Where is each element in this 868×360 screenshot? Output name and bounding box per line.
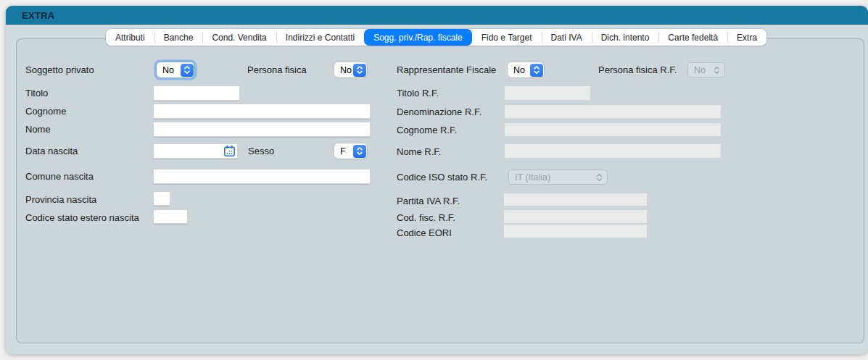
partita-iva-rf-label: Partita IVA R.F. [397, 196, 460, 207]
up-down-chevron-icon [353, 145, 366, 158]
cognome-label: Cognome [25, 106, 66, 117]
comune-nascita-label: Comune nascita [25, 171, 94, 183]
codice-stato-estero-nascita-label: Codice stato estero nascita [25, 212, 139, 224]
titolo-rf-label: Titolo R.F. [397, 88, 439, 99]
provincia-nascita-label: Provincia nascita [25, 194, 96, 206]
persona-fisica-rf-label: Persona fisica R.F. [598, 64, 677, 76]
persona-fisica-rf-value: No [694, 65, 706, 75]
codice-iso-stato-rf-value: IT (Italia) [515, 172, 550, 183]
tab-cond-vendita[interactable]: Cond. Vendita [202, 29, 276, 46]
titolo-input[interactable] [153, 85, 240, 101]
codice-iso-stato-rf-select: IT (Italia) [508, 169, 608, 185]
soggetto-privato-value: No [162, 65, 174, 75]
soggetto-privato-select[interactable]: No [157, 62, 194, 78]
codice-stato-estero-nascita-input[interactable] [153, 209, 188, 224]
cod-fisc-rf-label: Cod. fisc. R.F. [397, 212, 455, 224]
nome-rf-input [505, 144, 721, 158]
nome-input[interactable] [153, 122, 371, 137]
persona-fisica-select[interactable]: No [334, 62, 367, 78]
up-down-chevron-icon [353, 64, 366, 77]
cognome-rf-label: Cognome R.F. [397, 125, 457, 136]
sesso-label: Sesso [248, 146, 274, 157]
nome-label: Nome [25, 124, 51, 135]
tab-dich-intento[interactable]: Dich. intento [592, 29, 659, 46]
data-nascita-label: Data nascita [25, 146, 78, 157]
provincia-nascita-input[interactable] [153, 191, 170, 206]
soggetto-privato-label: Soggetto privato [25, 64, 94, 76]
tab-fido-e-target[interactable]: Fido e Target [472, 29, 542, 46]
rappresentante-fiscale-value: No [513, 65, 525, 75]
nome-rf-label: Nome R.F. [397, 146, 441, 158]
denominazione-rf-label: Denominazione R.F. [397, 106, 481, 118]
rappresentante-fiscale-select[interactable]: No [508, 62, 544, 78]
sesso-select[interactable]: F [334, 143, 367, 159]
comune-nascita-input[interactable] [153, 169, 371, 184]
cod-fisc-rf-input [504, 210, 647, 223]
codice-eori-label: Codice EORI [397, 227, 452, 239]
rappresentante-fiscale-label: Rappresentante Fiscale [397, 64, 496, 76]
sesso-value: F [340, 146, 346, 156]
codice-eori-input [504, 225, 647, 238]
tab-banche[interactable]: Banche [154, 29, 203, 46]
tab-attributi[interactable]: Attributi [106, 29, 154, 46]
tab-extra[interactable]: Extra [727, 29, 766, 46]
up-down-chevron-icon [530, 64, 543, 77]
codice-iso-stato-rf-label: Codice ISO stato R.F. [397, 172, 487, 183]
titolo-label: Titolo [25, 88, 48, 99]
extra-window: EXTRA Attributi Banche Cond. Vendita Ind… [6, 6, 868, 354]
partita-iva-rf-input [504, 193, 647, 206]
tab-carte-fedelta[interactable]: Carte fedeltà [658, 29, 727, 46]
tab-bar: Attributi Banche Cond. Vendita Indirizzi… [106, 29, 766, 46]
cognome-input[interactable] [153, 104, 371, 119]
tab-indirizzi-e-contatti[interactable]: Indirizzi e Contatti [276, 29, 364, 46]
cognome-rf-input [505, 123, 721, 136]
calendar-icon[interactable] [223, 145, 236, 157]
up-down-chevron-icon [596, 173, 603, 184]
persona-fisica-value: No [340, 65, 352, 75]
denominazione-rf-input [505, 105, 721, 118]
tab-sogg-priv-rap-fiscale[interactable]: Sogg. priv./Rap. fiscale [364, 29, 472, 46]
sogg-priv-rap-fiscale-form: Soggetto privato No Persona fisica No Ra… [6, 6, 868, 354]
persona-fisica-label: Persona fisica [247, 64, 307, 76]
up-down-chevron-icon [181, 64, 194, 77]
persona-fisica-rf-select: No [687, 62, 725, 78]
titolo-rf-input [505, 86, 590, 100]
up-down-chevron-icon [714, 66, 720, 77]
tab-dati-iva[interactable]: Dati IVA [542, 29, 592, 46]
